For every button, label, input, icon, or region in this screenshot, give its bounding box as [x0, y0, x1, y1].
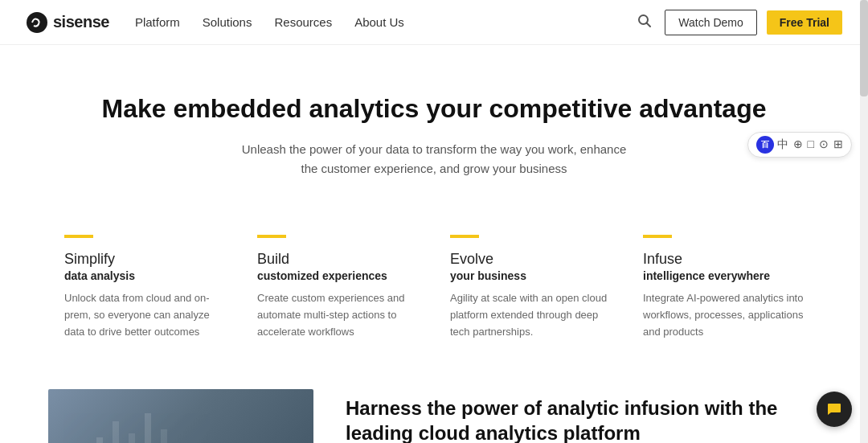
feature-heading-simplify: Simplify [64, 251, 225, 268]
sisense-logo-icon [26, 11, 48, 34]
hero-section: Make embedded analytics your competitive… [72, 45, 796, 211]
svg-rect-6 [145, 413, 151, 443]
nav-resources[interactable]: Resources [274, 15, 332, 29]
feature-evolve: Evolve your business Agility at scale wi… [434, 235, 627, 340]
nav-actions: Watch Demo Free Trial [634, 10, 842, 35]
chat-icon [825, 400, 843, 418]
baidu-grid-icon[interactable]: ⊞ [833, 137, 843, 152]
content-text-block: Harness the power of analytic infusion w… [346, 389, 820, 443]
search-button[interactable] [634, 10, 655, 34]
feature-desc-simplify: Unlock data from cloud and on-prem, so e… [64, 290, 225, 340]
baidu-pin-icon[interactable]: ⊕ [793, 137, 803, 152]
feature-heading-build: Build [257, 251, 418, 268]
content-section: Harness the power of analytic infusion w… [0, 373, 868, 443]
feature-desc-infuse: Integrate AI-powered analytics into work… [643, 290, 804, 340]
baidu-tools: 中 ⊕ □ ⊙ ⊞ [777, 137, 843, 152]
scrollbar-thumb[interactable] [860, 0, 868, 96]
baidu-icon: 百 [756, 136, 774, 154]
features-grid: Simplify data analysis Unlock data from … [0, 211, 868, 372]
svg-rect-7 [161, 429, 167, 443]
feature-subheading-evolve: your business [450, 269, 611, 282]
baidu-toolbar[interactable]: 百 中 ⊕ □ ⊙ ⊞ [747, 132, 852, 158]
svg-point-0 [27, 12, 47, 33]
feature-subheading-simplify: data analysis [64, 269, 225, 282]
nav-about[interactable]: About Us [354, 15, 404, 29]
navbar: sisense Platform Solutions Resources Abo… [0, 0, 868, 45]
chat-bubble-button[interactable] [817, 392, 852, 427]
baidu-translate-icon[interactable]: 中 [777, 137, 788, 152]
scrollbar-track[interactable] [860, 0, 868, 443]
feature-bar-simplify [64, 235, 93, 238]
svg-line-2 [647, 23, 651, 27]
nav-links: Platform Solutions Resources About Us [135, 15, 634, 29]
feature-build: Build customized experiences Create cust… [241, 235, 434, 340]
feature-subheading-build: customized experiences [257, 269, 418, 282]
feature-bar-build [257, 235, 286, 238]
nav-platform[interactable]: Platform [135, 15, 180, 29]
feature-heading-evolve: Evolve [450, 251, 611, 268]
logo[interactable]: sisense [26, 11, 109, 34]
search-icon [637, 14, 652, 28]
feature-desc-evolve: Agility at scale with an open cloud plat… [450, 290, 611, 340]
svg-rect-3 [96, 437, 103, 443]
svg-rect-5 [129, 433, 135, 443]
feature-bar-infuse [643, 235, 672, 238]
feature-infuse: Infuse intelligence everywhere Integrate… [627, 235, 820, 340]
watch-demo-button[interactable]: Watch Demo [665, 10, 756, 35]
video-overlay [48, 389, 313, 443]
baidu-clipboard-icon[interactable]: □ [808, 137, 814, 152]
nav-solutions[interactable]: Solutions [203, 15, 252, 29]
feature-bar-evolve [450, 235, 479, 238]
hero-subtitle: Unleash the power of your data to transf… [241, 140, 627, 178]
baidu-user-icon[interactable]: ⊙ [819, 137, 829, 152]
feature-heading-infuse: Infuse [643, 251, 804, 268]
feature-desc-build: Create custom experiences and automate m… [257, 290, 418, 340]
feature-subheading-infuse: intelligence everywhere [643, 269, 804, 282]
content-title: Harness the power of analytic infusion w… [346, 396, 820, 443]
svg-rect-4 [113, 421, 119, 443]
hero-title: Make embedded analytics your competitive… [98, 93, 770, 124]
video-thumbnail[interactable] [48, 389, 313, 443]
feature-simplify: Simplify data analysis Unlock data from … [48, 235, 241, 340]
free-trial-button[interactable]: Free Trial [767, 10, 842, 35]
logo-text: sisense [53, 13, 109, 31]
